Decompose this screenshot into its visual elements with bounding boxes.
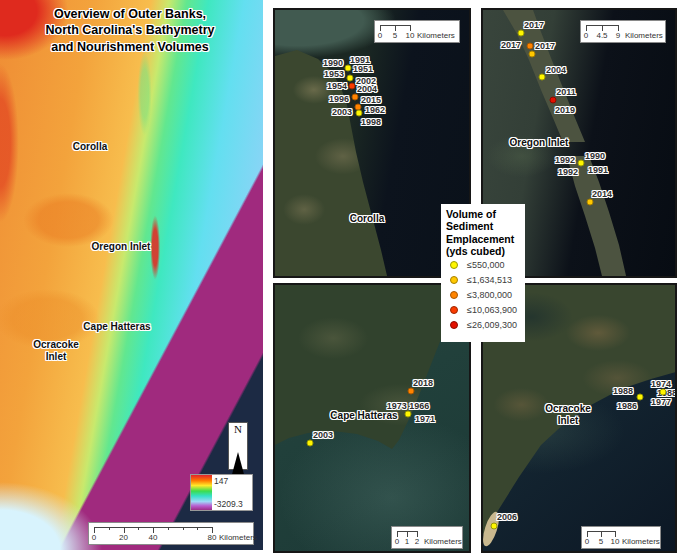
scale-bar: 0510Kilometers xyxy=(374,20,460,43)
year-label: 1996 xyxy=(329,94,349,104)
legend-item-label: ≤1,634,513 xyxy=(467,275,512,285)
scale-bar: 0510Kilometers xyxy=(581,526,661,549)
legend-item: ≤1,634,513 xyxy=(446,273,520,288)
scale-unit-label: Kilometers xyxy=(625,31,663,40)
year-label: 1971 xyxy=(415,414,435,424)
sediment-marker xyxy=(637,394,644,401)
year-label: 1953 xyxy=(324,69,344,79)
scale-bar: 0204080Kilometers xyxy=(88,522,254,545)
year-label: 2006 xyxy=(497,512,517,522)
legend-marker-icon xyxy=(450,321,458,329)
scale-tick-label: 4.5 xyxy=(596,31,607,40)
year-label: 1977 xyxy=(651,397,671,407)
sediment-marker xyxy=(405,411,412,418)
year-label: 1990 xyxy=(585,151,605,161)
sediment-marker xyxy=(408,388,415,395)
scale-bar: 04.59Kilometers xyxy=(580,20,666,43)
year-label: 2018 xyxy=(413,378,433,388)
legend-marker-icon xyxy=(450,291,458,299)
figure-title: Overview of Outer Banks, North Carolina'… xyxy=(15,6,245,55)
place-label: Cape Hatteras xyxy=(83,321,150,333)
year-label: 2011 xyxy=(556,87,576,97)
north-arrow-icon: N xyxy=(228,422,248,470)
year-label: 1973 1966 xyxy=(387,401,430,411)
scale-tick-label: 40 xyxy=(149,533,158,542)
scale-tick-label: 80 xyxy=(208,533,217,542)
sediment-marker xyxy=(660,389,667,396)
legend-item: ≤550,000 xyxy=(446,258,520,273)
place-label: Corolla xyxy=(73,141,107,153)
year-label: 1988 xyxy=(613,386,633,396)
year-label: 1998 xyxy=(361,117,381,127)
map-figure: Overview of Outer Banks, North Carolina'… xyxy=(0,0,680,559)
sediment-marker xyxy=(307,440,314,447)
legend-item-label: ≤26,009,300 xyxy=(467,320,517,330)
north-arrow-glyph xyxy=(231,435,245,478)
scale-tick-label: 0 xyxy=(395,537,399,546)
scale-tick-label: 10 xyxy=(406,31,415,40)
scale-bar-ruler xyxy=(380,25,410,30)
year-label: 2003 xyxy=(332,107,352,117)
colorbar-max-value: 147 xyxy=(214,476,250,486)
scale-bar-ruler xyxy=(587,531,615,536)
scale-tick-label: 5 xyxy=(393,31,397,40)
sediment-marker xyxy=(352,94,359,101)
year-label: 2017 xyxy=(535,41,555,51)
bathymetry-colorbar: 147 -3209.3 xyxy=(190,474,253,511)
year-label: 1992 xyxy=(555,155,575,165)
legend-item-label: ≤3,800,000 xyxy=(467,290,512,300)
scale-unit-label: Kilometers xyxy=(622,537,660,546)
legend-items: ≤550,000≤1,634,513≤3,800,000≤10,063,900≤… xyxy=(446,258,520,333)
scale-tick-label: 9 xyxy=(616,31,620,40)
legend-marker-icon xyxy=(450,276,458,284)
sediment-marker xyxy=(539,74,546,81)
year-label: 2017 xyxy=(501,40,521,50)
sediment-marker xyxy=(518,30,525,37)
sediment-volume-legend: Volume of Sediment Emplacement (yds cube… xyxy=(441,204,525,342)
sediment-marker xyxy=(347,75,354,82)
year-label: 1951 xyxy=(353,64,373,74)
year-label: 1986 xyxy=(617,401,637,411)
place-label: Ocracoke Inlet xyxy=(545,403,591,426)
year-label: 1962 xyxy=(365,105,385,115)
scale-bar-ruler xyxy=(586,25,618,30)
year-label: 2014 xyxy=(592,189,612,199)
year-label: 2003 xyxy=(313,430,333,440)
sediment-marker xyxy=(578,160,585,167)
sediment-marker xyxy=(491,523,498,530)
scale-unit-label: Kilometers xyxy=(424,537,462,546)
legend-item-label: ≤10,063,900 xyxy=(467,305,517,315)
year-label: 2004 xyxy=(546,65,566,75)
legend-title: Volume of Sediment Emplacement (yds cube… xyxy=(446,208,520,258)
place-label: Corolla xyxy=(350,213,384,225)
year-label: 1954 xyxy=(327,81,347,91)
sediment-marker xyxy=(349,83,356,90)
scale-bar: 012Kilometers xyxy=(391,526,463,549)
legend-item: ≤26,009,300 xyxy=(446,318,520,333)
scale-tick-label: 0 xyxy=(585,537,589,546)
sediment-marker xyxy=(550,97,557,104)
year-label: 1991 xyxy=(588,165,608,175)
legend-item: ≤10,063,900 xyxy=(446,303,520,318)
scale-bar-labels: 04.59Kilometers xyxy=(586,31,660,41)
legend-marker-icon xyxy=(450,261,458,269)
place-label: Ocracoke Inlet xyxy=(33,339,79,362)
scale-bar-ruler xyxy=(94,527,212,532)
scale-tick-label: 10 xyxy=(611,537,620,546)
legend-item: ≤3,800,000 xyxy=(446,288,520,303)
sediment-marker xyxy=(345,65,352,72)
bathymetry-map-panel: Overview of Outer Banks, North Carolina'… xyxy=(0,0,263,550)
year-label: 2004 xyxy=(357,84,377,94)
sediment-marker xyxy=(356,110,363,117)
color-ramp xyxy=(191,475,212,510)
sediment-marker xyxy=(587,199,594,206)
place-label: Cape Hatteras xyxy=(330,410,397,422)
scale-tick-label: 0 xyxy=(584,31,588,40)
scale-tick-label: 0 xyxy=(92,533,96,542)
year-label: 2015 xyxy=(361,95,381,105)
scale-bar-labels: 0510Kilometers xyxy=(587,537,655,547)
legend-marker-icon xyxy=(450,306,458,314)
scale-tick-label: 5 xyxy=(599,537,603,546)
scale-unit-label: Kilometers xyxy=(417,31,455,40)
sediment-marker xyxy=(529,51,536,58)
